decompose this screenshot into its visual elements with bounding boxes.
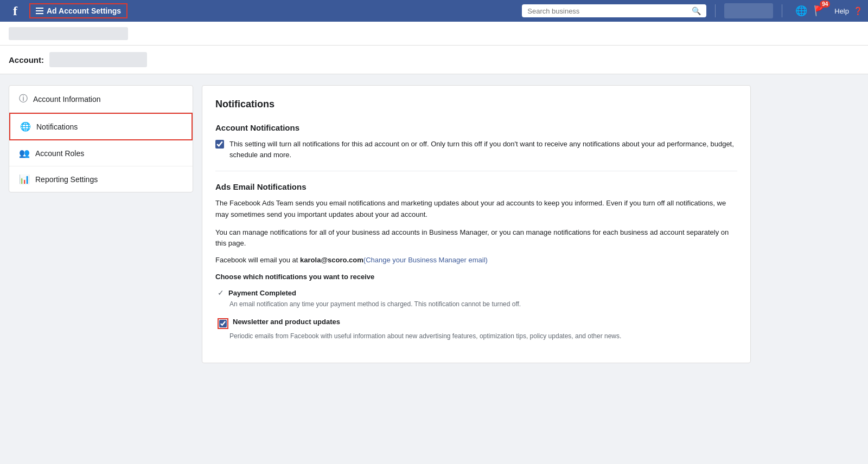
globe-icon-button[interactable]: 🌐 bbox=[795, 5, 807, 17]
main-content: ⓘ Account Information 🌐 Notifications 👥 … bbox=[0, 74, 760, 374]
content-panel: Notifications Account Notifications This… bbox=[202, 85, 751, 363]
help-link[interactable]: Help bbox=[834, 7, 849, 15]
sidebar-item-account-roles[interactable]: 👥 Account Roles bbox=[9, 140, 193, 166]
check-icon-payment: ✓ bbox=[218, 288, 224, 297]
account-notifications-text: This setting will turn all notifications… bbox=[229, 139, 737, 160]
info-icon: ⓘ bbox=[19, 93, 28, 105]
newsletter-row: Newsletter and product updates bbox=[218, 318, 737, 329]
sub-nav bbox=[0, 22, 868, 46]
search-input[interactable] bbox=[527, 7, 688, 15]
sub-nav-placeholder bbox=[9, 27, 128, 40]
nav-divider bbox=[715, 4, 716, 17]
payment-completed-row: ✓ Payment Completed bbox=[218, 288, 737, 297]
payment-completed-desc: An email notification any time your paym… bbox=[229, 299, 737, 309]
section-divider-1 bbox=[215, 171, 737, 171]
nav-title-box[interactable]: Ad Account Settings bbox=[29, 3, 127, 18]
sidebar-item-account-information[interactable]: ⓘ Account Information bbox=[9, 86, 193, 113]
email-prefix: Facebook will email you at bbox=[215, 256, 300, 264]
account-label: Account: bbox=[9, 55, 44, 65]
sidebar-label-reporting-settings: Reporting Settings bbox=[35, 175, 98, 184]
nav-title: Ad Account Settings bbox=[47, 7, 121, 15]
hamburger-icon bbox=[36, 8, 43, 14]
account-notifications-checkbox[interactable] bbox=[215, 140, 224, 149]
notification-badge: 94 bbox=[820, 1, 830, 8]
flag-icon-button[interactable]: 🚩 94 bbox=[814, 5, 826, 17]
chart-icon: 📊 bbox=[19, 174, 30, 184]
help-question-icon: ❓ bbox=[853, 7, 863, 15]
sidebar-label-account-information: Account Information bbox=[33, 95, 101, 104]
sidebar-label-account-roles: Account Roles bbox=[35, 149, 84, 158]
account-notifications-toggle-row: This setting will turn all notifications… bbox=[215, 139, 737, 160]
search-icon: 🔍 bbox=[692, 7, 701, 15]
globe-icon: 🌐 bbox=[20, 121, 31, 132]
change-email-link[interactable]: (Change your Business Manager email) bbox=[363, 256, 488, 264]
ads-email-para1: The Facebook Ads Team sends you email no… bbox=[215, 198, 737, 221]
search-bar[interactable]: 🔍 bbox=[522, 4, 706, 17]
users-icon: 👥 bbox=[19, 148, 30, 158]
nav-account-selector[interactable] bbox=[724, 3, 773, 18]
ads-email-para2: You can manage notifications for all of … bbox=[215, 227, 737, 250]
sidebar: ⓘ Account Information 🌐 Notifications 👥 … bbox=[9, 85, 193, 192]
sidebar-item-reporting-settings[interactable]: 📊 Reporting Settings bbox=[9, 166, 193, 192]
payment-completed-title: Payment Completed bbox=[228, 289, 296, 297]
sidebar-item-notifications[interactable]: 🌐 Notifications bbox=[9, 113, 193, 140]
ads-email-title: Ads Email Notifications bbox=[215, 182, 737, 191]
newsletter-title: Newsletter and product updates bbox=[233, 318, 340, 326]
nav-icons: 🌐 🚩 94 bbox=[795, 5, 826, 17]
sidebar-label-notifications: Notifications bbox=[36, 123, 78, 131]
payment-completed-item: ✓ Payment Completed An email notificatio… bbox=[215, 288, 737, 309]
account-selector[interactable] bbox=[49, 52, 147, 67]
email-line: Facebook will email you at karola@scoro.… bbox=[215, 256, 737, 264]
newsletter-item: Newsletter and product updates Periodic … bbox=[215, 318, 737, 341]
page-title: Notifications bbox=[215, 99, 737, 110]
top-nav: f Ad Account Settings 🔍 🌐 🚩 94 Help ❓ bbox=[0, 0, 868, 22]
account-notifications-title: Account Notifications bbox=[215, 123, 737, 132]
newsletter-checkbox-wrap bbox=[218, 318, 228, 329]
email-address: karola@scoro.com bbox=[300, 256, 363, 264]
nav-divider-2 bbox=[782, 4, 782, 17]
newsletter-checkbox[interactable] bbox=[219, 320, 227, 327]
choose-notifications-title: Choose which notifications you want to r… bbox=[215, 273, 737, 281]
account-bar: Account: bbox=[0, 46, 868, 74]
newsletter-desc: Periodic emails from Facebook with usefu… bbox=[229, 331, 737, 341]
facebook-logo: f bbox=[5, 1, 25, 21]
